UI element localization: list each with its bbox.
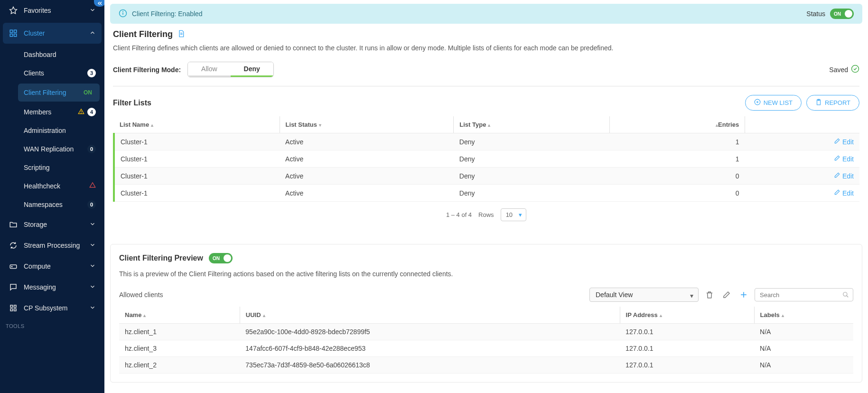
cell-client-ip: 127.0.0.1	[620, 340, 754, 357]
edit-button[interactable]: Edit	[834, 155, 854, 163]
info-icon	[119, 9, 127, 19]
col-list-name[interactable]: List Name▴	[114, 116, 280, 133]
mode-label: Client Filtering Mode:	[113, 66, 181, 74]
col-list-type[interactable]: List Type▴	[454, 116, 610, 133]
sort-icon: ▴	[263, 313, 265, 318]
edit-button[interactable]: Edit	[834, 172, 854, 180]
banner-text: Client Filtering: Enabled	[132, 10, 806, 18]
chevron-down-icon: ▾	[319, 122, 321, 128]
col-client-ip[interactable]: IP Address▴	[620, 307, 754, 324]
table-row: hz.client_1 95e2a90c-100e-4dd0-8928-bdec…	[119, 324, 853, 340]
col-entries[interactable]: ▴Entries	[610, 116, 745, 133]
chevron-down-icon	[89, 304, 96, 312]
search-icon	[842, 291, 849, 299]
cell-client-uuid: 735ec73a-7d3f-4859-8e50-6a06026613c8	[240, 357, 620, 374]
svg-rect-2	[14, 30, 17, 32]
sort-icon: ▴	[143, 313, 146, 318]
col-client-uuid[interactable]: UUID▴	[240, 307, 620, 324]
new-list-button[interactable]: NEW LIST	[745, 95, 802, 111]
status-toggle[interactable]: ON	[830, 9, 854, 19]
delete-view-button[interactable]	[703, 289, 716, 301]
cell-name: Cluster-1	[114, 150, 280, 168]
pencil-icon	[834, 172, 840, 180]
chevron-down-icon	[89, 262, 96, 271]
preview-toggle[interactable]: ON	[209, 253, 233, 263]
cell-name: Cluster-1	[114, 185, 280, 202]
add-view-button[interactable]	[737, 289, 750, 301]
page-description: Client Filtering defines which clients a…	[113, 43, 859, 53]
chevron-left-double-icon	[97, 1, 103, 6]
toggle-knob	[224, 254, 231, 262]
cell-entries: 0	[610, 185, 745, 202]
table-row: Cluster-1 Active Deny 0 Edit	[114, 168, 859, 185]
banner-status-label: Status	[806, 10, 825, 18]
sidebar-stream-processing[interactable]: Stream Processing	[0, 235, 104, 256]
pager: 1 – 4 of 4 Rows 10 ▾	[113, 202, 859, 228]
cell-client-labels: N/A	[754, 357, 853, 374]
pencil-icon	[834, 155, 840, 163]
sidebar-item-client-filtering[interactable]: Client FilteringON	[18, 84, 100, 102]
preview-controls: Allowed clients Default View ▾	[119, 288, 853, 302]
table-row: Cluster-1 Active Deny 0 Edit	[114, 185, 859, 202]
mode-deny-button[interactable]: Deny	[231, 62, 273, 77]
divider	[113, 86, 859, 86]
sidebar-item-namespaces[interactable]: Namespaces0	[0, 195, 104, 214]
search-box	[755, 288, 853, 301]
cell-name: Cluster-1	[114, 168, 280, 185]
sidebar-cp-subsystem[interactable]: CP Subsystem	[0, 298, 104, 318]
sidebar-cluster[interactable]: Cluster	[3, 23, 102, 44]
filter-lists-table: List Name▴ List Status▾ List Type▴ ▴Entr…	[113, 116, 859, 202]
sidebar-messaging[interactable]: Messaging	[0, 277, 104, 298]
pencil-icon	[834, 189, 840, 197]
cell-edit: Edit	[745, 133, 859, 150]
svg-rect-4	[14, 34, 17, 37]
svg-marker-0	[10, 7, 17, 14]
document-icon[interactable]	[177, 30, 185, 39]
grid-small-icon	[9, 303, 18, 313]
sidebar-item-dashboard[interactable]: Dashboard	[0, 46, 104, 64]
report-button[interactable]: REPORT	[806, 95, 859, 111]
sidebar-compute[interactable]: Compute	[0, 256, 104, 277]
sidebar-item-wan-replication[interactable]: WAN Replication0	[0, 140, 104, 159]
filter-lists-header: Filter Lists NEW LIST REPORT	[113, 95, 859, 111]
view-select[interactable]: Default View ▾	[589, 288, 699, 302]
edit-icon	[722, 290, 731, 299]
table-row: hz.client_2 735ec73a-7d3f-4859-8e50-6a06…	[119, 357, 853, 374]
sidebar-item-members[interactable]: Members4	[0, 103, 104, 122]
sidebar-item-healthcheck[interactable]: Healthcheck	[0, 177, 104, 195]
cell-edit: Edit	[745, 150, 859, 168]
folder-icon	[9, 220, 18, 229]
toggle-knob	[845, 10, 852, 18]
cell-edit: Edit	[745, 185, 859, 202]
sidebar-storage[interactable]: Storage	[0, 214, 104, 235]
trash-icon	[705, 290, 714, 299]
chevron-up-icon	[89, 29, 96, 37]
edit-button[interactable]: Edit	[834, 138, 854, 146]
mode-allow-button[interactable]: Allow	[188, 62, 230, 77]
cell-type: Deny	[454, 185, 610, 202]
col-client-labels[interactable]: Labels▴	[754, 307, 853, 324]
chevron-down-icon	[89, 221, 96, 229]
col-list-status[interactable]: List Status▾	[280, 116, 454, 133]
sidebar-favorites[interactable]: Favorites	[0, 0, 104, 21]
cell-status: Active	[280, 133, 454, 150]
search-input[interactable]	[760, 291, 840, 299]
edit-button[interactable]: Edit	[834, 189, 854, 197]
sort-icon: ▴	[660, 313, 662, 318]
main-content: Client Filtering: Enabled Status ON Clie…	[104, 0, 868, 393]
edit-view-button[interactable]	[720, 289, 733, 301]
sidebar-cluster-children: Dashboard Clients3 Client FilteringON Me…	[0, 46, 104, 214]
cell-type: Deny	[454, 150, 610, 168]
col-client-name[interactable]: Name▴	[119, 307, 240, 324]
error-icon	[89, 182, 96, 190]
sidebar-item-scripting[interactable]: Scripting	[0, 159, 104, 177]
svg-point-26	[843, 292, 847, 296]
cell-type: Deny	[454, 168, 610, 185]
sidebar-item-administration[interactable]: Administration	[0, 122, 104, 140]
rows-per-page-select[interactable]: 10 ▾	[501, 208, 526, 221]
svg-point-18	[852, 66, 859, 73]
pencil-icon	[834, 138, 840, 146]
sidebar-collapse-button[interactable]	[94, 0, 104, 7]
table-row: hz.client_3 147afcc6-607f-4cf9-b848-42e2…	[119, 340, 853, 357]
sidebar-item-clients[interactable]: Clients3	[0, 64, 104, 83]
